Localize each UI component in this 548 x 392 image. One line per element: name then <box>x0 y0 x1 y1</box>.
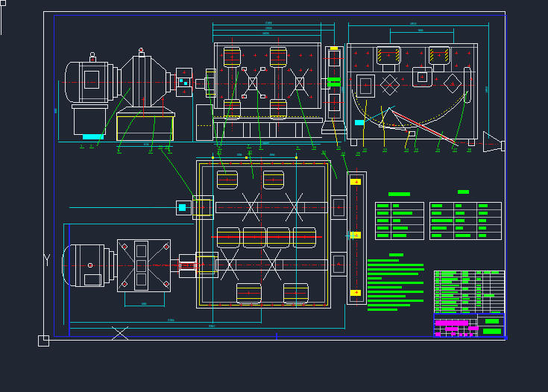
cad-viewport[interactable]: 9706801410216019501620181596010601285330… <box>0 0 548 392</box>
dimension-text: 560 <box>142 303 147 306</box>
bom-cell-bar <box>441 281 452 283</box>
bom-cell-bar <box>476 291 481 294</box>
dimension-text: 970 <box>144 143 149 146</box>
dimension-text: 2160 <box>265 22 272 25</box>
bom-cell-bar <box>441 285 459 287</box>
table-text-bar <box>432 219 453 222</box>
bom-cell-bar <box>462 281 468 283</box>
foundation-block <box>116 116 173 140</box>
table-text-bar <box>479 219 486 222</box>
key-upper <box>327 78 341 81</box>
table-text-bar <box>456 212 464 215</box>
balloon-label: 17 <box>453 148 457 151</box>
table-text-bar <box>432 212 441 215</box>
key-lower <box>327 83 341 86</box>
balloon-label: 19 <box>159 145 163 148</box>
bom-cell-bar <box>441 288 455 290</box>
balloon-label: 14 <box>405 148 409 151</box>
title-text-bar <box>451 332 456 335</box>
eyebolt <box>90 52 95 57</box>
title-green-bar <box>483 329 501 334</box>
balloon-label: 4 <box>149 149 151 153</box>
dimension-text: 1950 <box>265 27 272 30</box>
balloon-label: 5 <box>169 149 171 153</box>
dimension-text: 1060 <box>485 86 488 93</box>
note-line-bar <box>368 259 399 262</box>
section-label <box>355 120 364 125</box>
balloon-label: 18 <box>467 148 471 151</box>
bearing-stripes <box>179 52 448 293</box>
title-text-bar <box>435 320 468 326</box>
bom-cell-bar <box>462 274 468 276</box>
table-text-bar <box>456 204 462 207</box>
table-text-bar <box>432 204 442 207</box>
bom-cell-bar <box>435 308 439 310</box>
bom-cell-bar <box>435 301 439 303</box>
balloon-label: 3 <box>118 149 120 153</box>
title-text-bar <box>468 326 479 330</box>
note-line-bar <box>368 273 418 275</box>
balloon-label: 10 <box>312 145 316 149</box>
bom-cell-bar <box>435 294 439 297</box>
table-text-bar <box>456 234 470 237</box>
note-line-bar <box>368 291 423 293</box>
bom-cell-bar <box>462 278 470 280</box>
note-line-bar <box>368 282 423 284</box>
bom-cell-bar <box>435 281 439 283</box>
bom-cell-bar <box>435 305 439 307</box>
dimension-text: 330 <box>237 154 242 157</box>
dimension-text: 960 <box>418 29 423 32</box>
bom-cell-bar <box>435 298 439 300</box>
bom-cell-bar <box>476 298 481 300</box>
table-text-bar <box>456 219 464 222</box>
note-line-bar <box>368 268 424 271</box>
dimension-text: 1410 <box>262 142 269 145</box>
bom-cell-bar <box>441 305 458 307</box>
bom-cell-bar <box>435 291 439 294</box>
bom-cell-bar <box>435 278 439 280</box>
note-line-bar <box>368 264 423 266</box>
note-line-bar <box>368 286 402 288</box>
mixer-trough-section <box>347 43 477 139</box>
notes-title-bar <box>389 253 403 256</box>
note-line-bar <box>368 309 397 311</box>
bom-cell-bar <box>462 312 470 314</box>
dimension-text: 1285 <box>341 86 344 93</box>
bom-cell-bar <box>491 312 500 314</box>
bom-cell-bar <box>441 274 453 276</box>
cad-drawing[interactable]: 9706801410216019501620181596010601285330… <box>0 0 548 392</box>
table-text-bar <box>377 204 388 207</box>
note-line-bar <box>368 300 423 302</box>
x-marker <box>112 326 128 340</box>
parts-list-table <box>434 271 504 314</box>
balloon-label: 1 <box>81 144 83 148</box>
bom-cell-bar <box>441 278 458 280</box>
table-text-bar <box>432 234 441 237</box>
bom-cell-bar <box>441 312 456 314</box>
discharge-funnel <box>483 131 505 152</box>
table-text-bar <box>393 212 412 215</box>
view-mixer-plan <box>69 160 366 308</box>
bom-cell-bar <box>462 308 468 310</box>
dimension-text: 1620 <box>262 32 269 35</box>
dimension-text: 85 <box>356 235 359 238</box>
note-line-bar <box>368 277 382 279</box>
bom-cell-bar <box>462 294 468 297</box>
balloon-label: 22 <box>248 150 252 154</box>
bolt-marks <box>89 48 473 306</box>
bom-cell-bar <box>462 298 470 300</box>
note-line-bar <box>368 304 410 306</box>
bom-cell-bar <box>435 285 439 287</box>
table-text-bar <box>456 227 463 230</box>
bom-cell-bar <box>435 274 439 276</box>
table-text-bar <box>432 227 447 230</box>
note-line-bar <box>368 295 406 297</box>
title-text-bar <box>445 327 458 331</box>
table-text-bar <box>393 234 406 237</box>
table-text-bar <box>377 234 388 237</box>
bom-cell-bar <box>484 294 494 297</box>
bom-cell-bar <box>476 294 481 297</box>
table-text-bar <box>377 212 388 215</box>
table-text-bar <box>393 219 400 222</box>
table-text-bar <box>393 227 408 230</box>
